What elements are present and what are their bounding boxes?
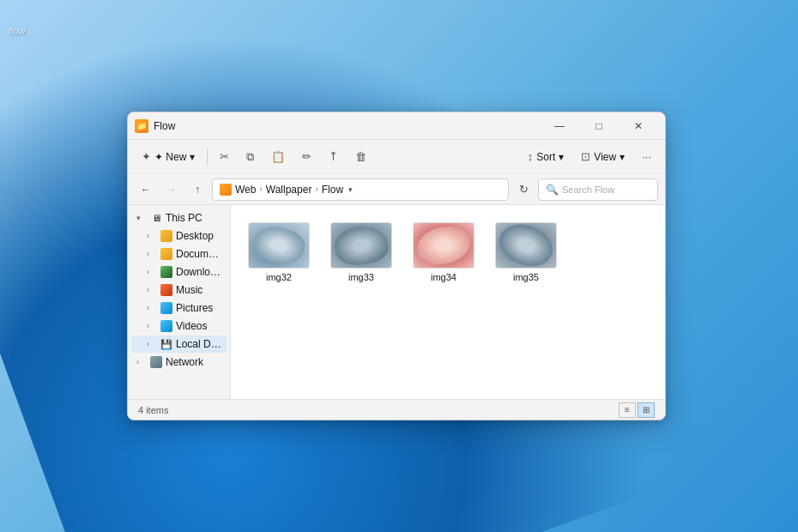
window-title: Flow xyxy=(154,120,540,132)
path-folder-icon xyxy=(220,184,232,196)
paste-button[interactable]: 📋 xyxy=(264,145,292,169)
search-icon: 🔍 xyxy=(546,184,559,196)
file-thumbnail-img32 xyxy=(248,222,310,269)
expander-network: › xyxy=(136,358,147,366)
cut-button[interactable]: ✂ xyxy=(213,145,236,169)
grid-view-button[interactable]: ⊞ xyxy=(638,402,655,418)
delete-button[interactable]: 🗑 xyxy=(348,145,373,169)
grid-view-icon: ⊞ xyxy=(643,405,650,414)
new-icon: ✦ xyxy=(142,150,151,163)
more-button[interactable]: ··· xyxy=(635,145,658,169)
sidebar-item-desktop[interactable]: › Desktop xyxy=(131,227,227,245)
chevron-icon-1: › xyxy=(259,184,262,194)
maximize-button[interactable]: □ xyxy=(579,112,619,140)
path-dropdown-icon: ▾ xyxy=(348,185,353,194)
sidebar-item-network[interactable]: › Network xyxy=(131,354,227,371)
file-thumbnail-img35 xyxy=(495,222,557,269)
refresh-icon: ↻ xyxy=(519,183,529,196)
explorer-window: 📁 Flow — □ ✕ ✦ ✦ New ▾ ✂ ⧉ 📋 xyxy=(127,112,666,420)
share-icon: ⤒ xyxy=(329,150,338,163)
sort-icon: ↕ xyxy=(528,150,534,163)
music-folder-icon xyxy=(160,284,172,296)
sidebar: ▾ 🖥 This PC › Desktop › Documents › Down… xyxy=(128,205,231,399)
sort-button[interactable]: ↕ Sort ▾ xyxy=(521,145,571,169)
up-icon: ↑ xyxy=(195,184,200,196)
expander-music: › xyxy=(147,286,157,294)
pictures-folder-icon xyxy=(160,302,172,314)
local-disk-icon: 💾 xyxy=(160,338,172,350)
status-bar: 4 items ≡ ⊞ xyxy=(128,399,665,420)
expander-videos: › xyxy=(147,322,157,330)
videos-folder-icon xyxy=(160,320,172,332)
sidebar-item-music[interactable]: › Music xyxy=(131,281,227,299)
address-bar: ← → ↑ Web › Wallpaper › Flow ▾ ↻ 🔍 Searc… xyxy=(128,174,665,205)
expander-downloads: › xyxy=(147,268,157,276)
file-name-img35: img35 xyxy=(513,272,539,282)
file-thumbnail-img33 xyxy=(330,222,392,269)
file-item-img35[interactable]: img35 xyxy=(492,219,560,286)
copy-button[interactable]: ⧉ xyxy=(239,145,261,169)
forward-icon: → xyxy=(166,184,177,196)
expander-documents: › xyxy=(147,250,157,258)
sidebar-item-documents[interactable]: › Documents xyxy=(131,245,227,263)
expander-pictures: › xyxy=(147,304,157,312)
cut-icon: ✂ xyxy=(220,150,229,163)
file-item-img32[interactable]: img32 xyxy=(245,219,313,286)
file-item-img33[interactable]: img33 xyxy=(327,219,396,286)
forward-button[interactable]: → xyxy=(160,178,183,201)
more-icon: ··· xyxy=(642,150,651,163)
title-folder-icon: 📁 xyxy=(135,119,148,133)
file-grid: img32 img33 img34 img35 xyxy=(231,205,665,399)
file-name-img33: img33 xyxy=(348,272,374,282)
view-icon: ⊡ xyxy=(581,150,590,163)
address-path[interactable]: Web › Wallpaper › Flow ▾ xyxy=(212,178,509,201)
toolbar: ✦ ✦ New ▾ ✂ ⧉ 📋 ✏ ⤒ 🗑 ↕ Sort ▾ ⊡ xyxy=(128,140,665,174)
expander-this-pc: ▾ xyxy=(136,214,147,222)
desktop-label: flow xyxy=(9,26,26,36)
desktop-folder-icon xyxy=(160,230,172,242)
expander-local-disk: › xyxy=(147,340,157,348)
search-box[interactable]: 🔍 Search Flow xyxy=(538,178,658,201)
list-view-button[interactable]: ≡ xyxy=(619,402,636,418)
sidebar-item-this-pc[interactable]: ▾ 🖥 This PC xyxy=(131,209,227,227)
file-item-img34[interactable]: img34 xyxy=(409,219,478,286)
list-view-icon: ≡ xyxy=(625,405,630,414)
back-icon: ← xyxy=(141,184,151,196)
paste-icon: 📋 xyxy=(271,150,285,163)
sidebar-item-downloads[interactable]: › Downloads xyxy=(131,263,227,281)
window-controls: — □ ✕ xyxy=(540,112,658,140)
copy-icon: ⧉ xyxy=(246,150,254,164)
item-count: 4 items xyxy=(138,405,168,415)
sidebar-item-local-disk[interactable]: › 💾 Local Disk (C:) xyxy=(131,336,227,353)
expander-desktop: › xyxy=(147,232,157,240)
file-name-img32: img32 xyxy=(266,272,292,282)
rename-icon: ✏ xyxy=(302,150,311,163)
toolbar-sep-1 xyxy=(207,148,208,166)
file-thumbnail-img34 xyxy=(413,222,475,269)
refresh-button[interactable]: ↻ xyxy=(512,178,535,201)
downloads-folder-icon xyxy=(160,266,172,278)
up-button[interactable]: ↑ xyxy=(186,178,209,201)
sidebar-item-pictures[interactable]: › Pictures xyxy=(131,299,227,317)
documents-folder-icon xyxy=(160,248,172,260)
chevron-icon-2: › xyxy=(315,184,317,194)
pc-icon: 🖥 xyxy=(150,212,162,224)
file-name-img34: img34 xyxy=(431,272,456,282)
sidebar-item-videos[interactable]: › Videos xyxy=(131,317,227,335)
minimize-button[interactable]: — xyxy=(540,112,579,140)
content-area: ▾ 🖥 This PC › Desktop › Documents › Down… xyxy=(128,205,665,399)
back-button[interactable]: ← xyxy=(135,178,157,201)
rename-button[interactable]: ✏ xyxy=(295,145,318,169)
view-toggle-buttons: ≡ ⊞ xyxy=(619,402,655,418)
close-button[interactable]: ✕ xyxy=(619,112,658,140)
title-bar: 📁 Flow — □ ✕ xyxy=(128,112,665,140)
share-button[interactable]: ⤒ xyxy=(322,145,345,169)
delete-icon: 🗑 xyxy=(355,150,366,163)
network-folder-icon xyxy=(150,356,162,368)
new-button[interactable]: ✦ ✦ New ▾ xyxy=(135,145,202,169)
view-button[interactable]: ⊡ View ▾ xyxy=(574,145,632,169)
